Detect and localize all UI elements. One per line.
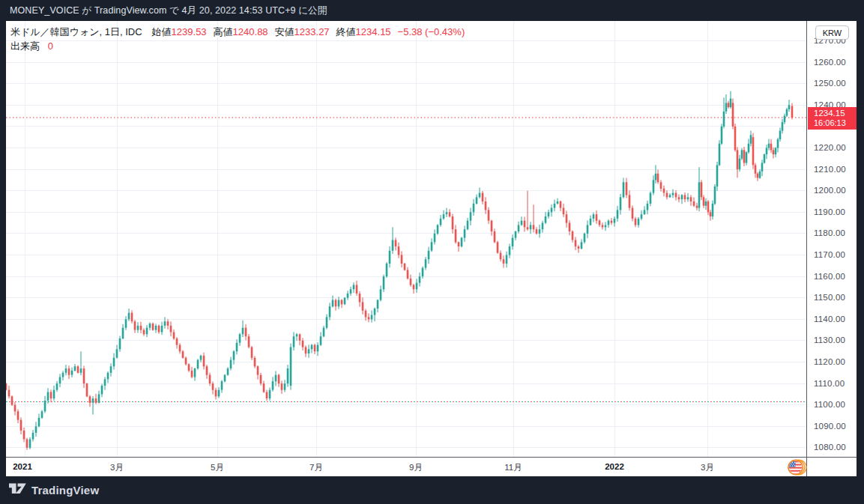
low-value: 1233.27 <box>294 26 330 37</box>
high-value: 1240.88 <box>233 26 268 37</box>
volume-value: 0 <box>48 40 53 52</box>
last-price-time: 16:06:13 <box>814 118 857 128</box>
last-price-flag: 1234.15 16:06:13 <box>808 107 857 130</box>
price-tick-label: 1130.00 <box>814 336 845 344</box>
axis-corner <box>806 457 857 476</box>
price-tick-label: 1260.00 <box>814 58 846 67</box>
low-label: 安値 <box>275 26 294 37</box>
open-label: 始値 <box>152 26 172 37</box>
close-value: 1234.15 <box>356 26 391 37</box>
price-tick-label: 1190.00 <box>814 207 845 216</box>
last-price-value: 1234.15 <box>814 109 857 118</box>
price-tick-label: 1210.00 <box>814 165 846 174</box>
publish-header-text: MONEY_VOICE が TradingView.com で 4月 20, 2… <box>10 4 327 17</box>
price-tick-label: 1080.00 <box>814 443 846 452</box>
price-tick-label: 1160.00 <box>814 272 845 281</box>
time-tick-label: 5月 <box>211 462 224 473</box>
change-value: −5.38 (−0.43%) <box>398 26 465 37</box>
time-tick-label: 2022 <box>605 462 624 471</box>
price-tick-label: 1180.00 <box>814 228 845 237</box>
publish-header: MONEY_VOICE が TradingView.com で 4月 20, 2… <box>0 0 864 21</box>
price-axis[interactable]: KRW 1234.15 16:06:13 1270.001260.001250.… <box>806 21 857 457</box>
currency-badge: KRW <box>815 25 849 40</box>
price-tick-label: 1250.00 <box>814 79 846 88</box>
tradingview-mark-icon <box>9 482 26 498</box>
symbol-title: 米ドル／韓国ウォン, 1日, IDC <box>10 26 142 37</box>
price-tick-label: 1100.00 <box>814 400 845 409</box>
legend-row-symbol: 米ドル／韓国ウォン, 1日, IDC始値1239.53高値1240.88安値12… <box>10 25 465 39</box>
time-tick-label: 9月 <box>409 462 423 473</box>
time-tick-label: 3月 <box>701 462 714 473</box>
footer-bar: TradingView <box>0 476 864 504</box>
time-tick-label: 3月 <box>110 462 124 473</box>
legend-row-volume: 出来高 0 <box>10 39 465 53</box>
candlestick-plot[interactable] <box>6 21 806 457</box>
high-label: 高値 <box>214 26 233 37</box>
tradingview-brand-text: TradingView <box>31 484 99 497</box>
price-tick-label: 1170.00 <box>814 250 845 259</box>
price-tick-label: 1150.00 <box>814 293 845 302</box>
price-tick-label: 1110.00 <box>814 379 845 388</box>
chart-panel: 米ドル／韓国ウォン, 1日, IDC始値1239.53高値1240.88安値12… <box>6 21 857 476</box>
time-tick-label: 11月 <box>504 462 522 473</box>
price-tick-label: 1200.00 <box>814 186 846 195</box>
close-label: 終値 <box>336 26 356 37</box>
tradingview-logo[interactable]: TradingView <box>9 482 99 498</box>
time-tick-label: 2021 <box>13 462 32 471</box>
price-tick-label: 1140.00 <box>814 315 845 324</box>
price-tick-label: 1120.00 <box>814 357 845 366</box>
time-tick-label: 7月 <box>309 462 323 473</box>
volume-label: 出来高 <box>10 40 40 52</box>
chart-legend: 米ドル／韓国ウォン, 1日, IDC始値1239.53高値1240.88安値12… <box>10 25 465 53</box>
price-tick-label: 1090.00 <box>814 422 846 431</box>
open-value: 1239.53 <box>172 26 207 37</box>
time-axis[interactable]: 20213月5月7月9月11月20223月 <box>6 457 857 476</box>
dollar-coin-flag-icon <box>785 458 808 479</box>
price-tick-label: 1220.00 <box>814 143 846 152</box>
